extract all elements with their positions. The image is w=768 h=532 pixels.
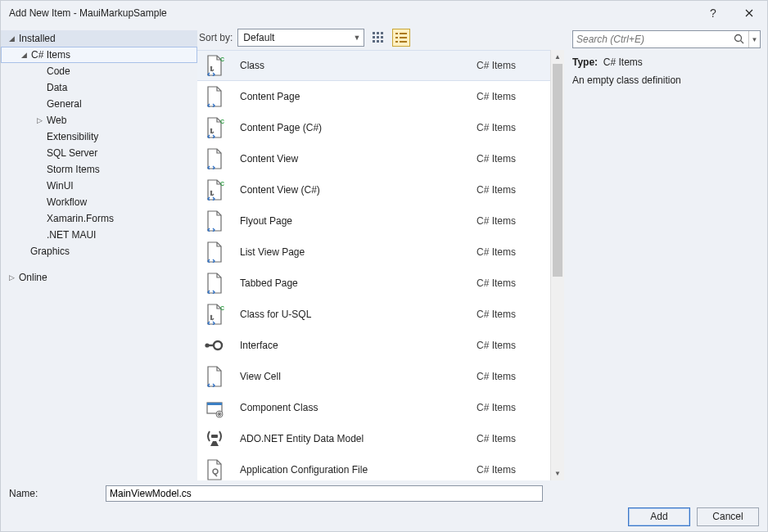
- template-name: Application Configuration File: [232, 464, 477, 476]
- tree-item[interactable]: Code: [1, 63, 197, 79]
- tree-item[interactable]: SQL Server: [1, 145, 197, 161]
- template-name: View Cell: [232, 371, 477, 382]
- template-name: Content Page (C#): [232, 122, 477, 133]
- tree-csharp-items[interactable]: ◢ C# Items: [1, 47, 197, 63]
- type-value: C# Items: [603, 56, 643, 68]
- svg-rect-31: [207, 403, 222, 405]
- template-row[interactable]: List View PageC# Items: [197, 237, 550, 268]
- tree-label: Graphics: [29, 246, 70, 257]
- tree-item[interactable]: Extensibility: [1, 128, 197, 145]
- view-mode-medium-icons[interactable]: [369, 29, 387, 47]
- dialog-window: Add New Item - MauiMarkupSample ? ◢ Inst…: [0, 0, 768, 532]
- template-row[interactable]: InterfaceC# Items: [197, 330, 550, 361]
- template-name: Content View (C#): [232, 184, 477, 196]
- template-icon: [197, 428, 232, 449]
- svg-rect-13: [395, 41, 398, 43]
- template-row[interactable]: ADO.NET Entity Data ModelC# Items: [197, 423, 550, 454]
- help-button[interactable]: ?: [695, 1, 731, 25]
- tree-installed[interactable]: ◢ Installed: [1, 30, 197, 47]
- template-icon: [197, 335, 232, 356]
- template-category: C# Items: [477, 433, 550, 444]
- template-row[interactable]: Application Configuration FileC# Items: [197, 454, 550, 480]
- svg-rect-14: [400, 41, 407, 43]
- template-name: Tabbed Page: [232, 277, 477, 289]
- template-icon: [197, 459, 232, 480]
- template-icon: C#: [197, 55, 232, 76]
- filename-row: Name:: [9, 484, 759, 503]
- tree-item[interactable]: ▷Web: [1, 112, 197, 128]
- tree-item[interactable]: Workflow: [1, 194, 197, 210]
- template-row[interactable]: Flyout PageC# Items: [197, 205, 550, 237]
- template-icon: [197, 366, 232, 387]
- tree-item[interactable]: Data: [1, 79, 197, 96]
- template-row[interactable]: C#Class for U-SQLC# Items: [197, 299, 550, 330]
- template-row[interactable]: Content PageC# Items: [197, 81, 550, 112]
- svg-rect-8: [381, 40, 383, 43]
- svg-text:C#: C#: [220, 181, 224, 187]
- scroll-up-icon[interactable]: ▲: [551, 50, 564, 64]
- template-name: Class: [232, 60, 477, 71]
- template-category: C# Items: [477, 122, 550, 133]
- template-row[interactable]: Content ViewC# Items: [197, 143, 550, 174]
- template-name: Flyout Page: [232, 215, 477, 227]
- search-box[interactable]: ▼: [572, 30, 761, 48]
- chevron-right-icon: ▷: [6, 273, 17, 282]
- template-category: C# Items: [477, 153, 550, 165]
- tree-item[interactable]: Storm Items: [1, 161, 197, 178]
- template-icon: [197, 397, 232, 418]
- template-row[interactable]: Component ClassC# Items: [197, 392, 550, 423]
- tree-label: Storm Items: [45, 164, 100, 175]
- tree-label: Code: [45, 65, 70, 77]
- svg-point-29: [205, 343, 209, 347]
- template-category: C# Items: [477, 184, 550, 196]
- template-row[interactable]: View CellC# Items: [197, 361, 550, 392]
- view-mode-details[interactable]: [392, 29, 410, 47]
- template-name: Component Class: [232, 402, 477, 413]
- tree-item[interactable]: Xamarin.Forms: [1, 210, 197, 227]
- svg-point-34: [734, 35, 741, 42]
- tree-graphics[interactable]: Graphics: [1, 243, 197, 259]
- search-dropdown[interactable]: ▼: [748, 31, 760, 47]
- button-row: Add Cancel: [9, 503, 759, 526]
- scroll-thumb[interactable]: [553, 64, 562, 277]
- template-icon: C#: [197, 179, 232, 201]
- template-icon: [197, 86, 232, 107]
- template-row[interactable]: C#Content Page (C#)C# Items: [197, 112, 550, 143]
- footer: Name: Add Cancel: [1, 480, 767, 531]
- chevron-right-icon: ▷: [34, 116, 45, 124]
- sort-label: Sort by:: [199, 32, 233, 43]
- tree-item[interactable]: WinUI: [1, 178, 197, 194]
- template-category: C# Items: [477, 464, 550, 476]
- tree-panel: ◢ Installed ◢ C# Items CodeDataGeneral▷W…: [1, 25, 197, 480]
- add-button[interactable]: Add: [628, 507, 690, 526]
- template-row[interactable]: Tabbed PageC# Items: [197, 268, 550, 299]
- tree-label: Installed: [17, 33, 56, 44]
- search-icon[interactable]: [729, 34, 748, 45]
- template-list[interactable]: C#ClassC# ItemsContent PageC# ItemsC#Con…: [197, 50, 550, 480]
- svg-text:C#: C#: [220, 119, 224, 124]
- template-row[interactable]: C#Content View (C#)C# Items: [197, 174, 550, 205]
- scrollbar[interactable]: ▲ ▼: [550, 50, 564, 480]
- sort-dropdown[interactable]: Default ▼: [237, 29, 364, 47]
- scroll-down-icon[interactable]: ▼: [551, 467, 564, 480]
- close-button[interactable]: [731, 1, 767, 25]
- cancel-button[interactable]: Cancel: [697, 507, 759, 526]
- template-name: ADO.NET Entity Data Model: [232, 433, 477, 444]
- description: An empty class definition: [572, 74, 761, 86]
- template-category: C# Items: [477, 402, 550, 413]
- tree-item[interactable]: General: [1, 96, 197, 112]
- svg-point-19: [210, 128, 213, 130]
- type-label: Type:: [572, 56, 598, 68]
- tree-online[interactable]: ▷ Online: [1, 269, 197, 286]
- search-input[interactable]: [573, 34, 729, 45]
- list-icon: [395, 32, 407, 43]
- template-row[interactable]: C#ClassC# Items: [197, 50, 550, 81]
- tree-label: WinUI: [45, 180, 74, 192]
- filename-input[interactable]: [106, 485, 543, 502]
- tree-item[interactable]: .NET MAUI: [1, 227, 197, 243]
- svg-line-35: [740, 41, 743, 44]
- tree-label: Data: [45, 82, 67, 93]
- window-title: Add New Item - MauiMarkupSample: [9, 7, 695, 19]
- template-name: Interface: [232, 340, 477, 351]
- template-icon: [197, 210, 232, 232]
